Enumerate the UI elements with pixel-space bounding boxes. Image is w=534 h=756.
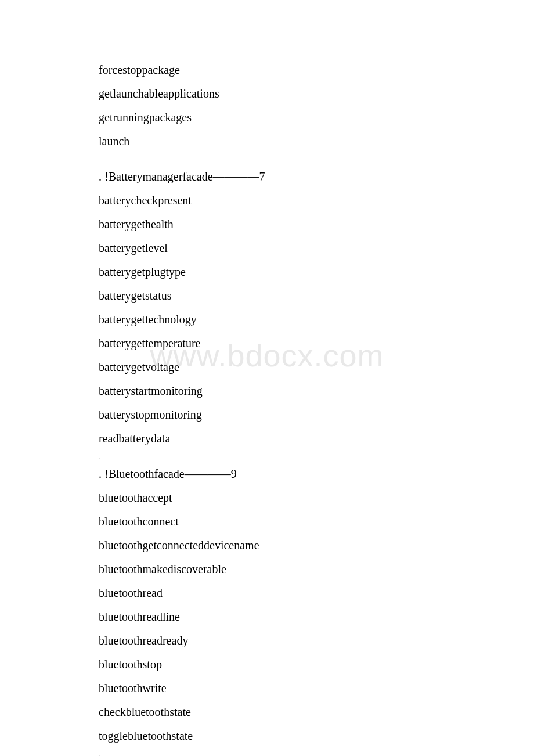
- list-item: batterystopmonitoring: [99, 409, 534, 420]
- document-content: forcestoppackage getlaunchableapplicatio…: [0, 0, 534, 756]
- list-item: checkbluetoothstate: [99, 706, 534, 718]
- section-header: . !Batterymanagerfacade————7: [99, 171, 534, 182]
- list-item: batterygetvoltage: [99, 361, 534, 373]
- list-item: togglebluetoothstate: [99, 730, 534, 741]
- list-item: bluetoothwrite: [99, 682, 534, 694]
- list-item: batterygettemperature: [99, 337, 534, 349]
- list-item: bluetoothstop: [99, 658, 534, 670]
- list-item: batterystartmonitoring: [99, 385, 534, 397]
- separator: -: [99, 456, 534, 460]
- list-item: getlaunchableapplications: [99, 88, 534, 99]
- separator: -: [99, 159, 534, 163]
- list-item: getrunningpackages: [99, 111, 534, 123]
- list-item: launch: [99, 135, 534, 147]
- section-header: . !Bluetoothfacade————9: [99, 468, 534, 480]
- list-item: batterygettechnology: [99, 314, 534, 325]
- list-item: bluetoothmakediscoverable: [99, 563, 534, 575]
- list-item: forcestoppackage: [99, 64, 534, 75]
- list-item: bluetoothread: [99, 587, 534, 599]
- list-item: bluetoothgetconnecteddevicename: [99, 539, 534, 551]
- list-item: bluetoothreadready: [99, 635, 534, 646]
- list-item: bluetoothreadline: [99, 611, 534, 622]
- list-item: readbatterydata: [99, 433, 534, 444]
- list-item: batterygetstatus: [99, 290, 534, 301]
- list-item: batterygethealth: [99, 218, 534, 230]
- list-item: bluetoothaccept: [99, 492, 534, 503]
- list-item: batterygetlevel: [99, 242, 534, 254]
- list-item: batterygetplugtype: [99, 266, 534, 278]
- list-item: batterycheckpresent: [99, 195, 534, 206]
- separator: -: [99, 754, 534, 756]
- list-item: bluetoothconnect: [99, 516, 534, 527]
